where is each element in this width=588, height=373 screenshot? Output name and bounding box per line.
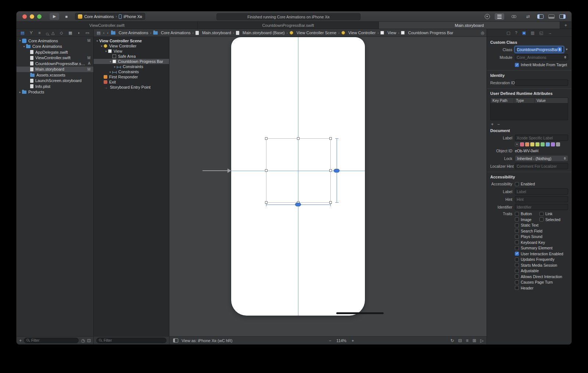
navigator-item[interactable]: Assets.xcassets	[17, 72, 93, 78]
add-file-button[interactable]: +	[19, 338, 22, 343]
minimize-window-button[interactable]	[30, 14, 34, 19]
selection-handle[interactable]	[297, 137, 300, 140]
navigator-item[interactable]: Info.plist	[17, 84, 93, 89]
outline-item[interactable]: ▸Constraints	[94, 69, 169, 74]
breadcrumb-item[interactable]: View	[380, 31, 396, 35]
disclosure-triangle-icon[interactable]: ▾	[22, 45, 26, 48]
zoom-window-button[interactable]	[37, 14, 42, 19]
zoom-out-button[interactable]: −	[329, 338, 331, 343]
color-swatch[interactable]	[520, 142, 524, 146]
trait-checkbox[interactable]	[539, 217, 544, 221]
trait-checkbox[interactable]	[515, 269, 519, 273]
constraint-badge[interactable]	[295, 203, 301, 206]
lock-popup[interactable]: Inherited - (Nothing)	[515, 155, 568, 161]
forward-button[interactable]: ›	[107, 31, 108, 35]
trait-checkbox[interactable]	[515, 280, 519, 284]
selection-handle[interactable]	[265, 169, 268, 172]
file-inspector-tab[interactable]: ▢	[506, 31, 510, 35]
module-field[interactable]: Core_Animations	[515, 54, 568, 60]
stop-button[interactable]: ■	[63, 13, 70, 20]
trait-checkbox[interactable]	[539, 212, 544, 216]
toggle-document-outline-icon[interactable]	[173, 338, 178, 342]
navigator-item[interactable]: ▾Core AnimationsM	[17, 38, 93, 44]
test-navigator-icon[interactable]: ◇	[60, 31, 63, 35]
symbol-navigator-icon[interactable]: ≡	[38, 31, 40, 35]
selection-handle[interactable]	[265, 137, 268, 140]
disclosure-triangle-icon[interactable]: ▸	[108, 70, 112, 74]
selection-handle[interactable]	[329, 169, 332, 172]
accessibility-identifier-field[interactable]: Identifier	[515, 204, 568, 210]
navigator-item[interactable]: Main.storyboardM	[17, 67, 93, 72]
breadcrumb-item[interactable]: View Controller Scene	[290, 31, 337, 35]
trait-checkbox[interactable]	[515, 223, 519, 227]
library-button[interactable]	[485, 14, 490, 19]
color-swatch[interactable]	[551, 142, 555, 146]
outline-item[interactable]: ▾View Controller	[94, 43, 169, 49]
navigator-item[interactable]: ▸Products	[17, 89, 93, 95]
chevron-down-icon[interactable]: ▼	[565, 48, 568, 51]
run-button[interactable]: ▶	[50, 13, 59, 20]
project-navigator-icon[interactable]: ▤	[21, 31, 24, 35]
breakpoint-navigator-icon[interactable]: ◗	[78, 31, 80, 35]
disclosure-triangle-icon[interactable]: ▾	[108, 60, 112, 63]
accessibility-enabled-checkbox[interactable]	[515, 182, 519, 186]
add-constraints-icon[interactable]: ⊞	[473, 338, 476, 343]
breadcrumb-item[interactable]: Main.storyboard	[196, 31, 231, 35]
scheme-selector[interactable]: Core Animations › iPhone Xʀ	[75, 13, 145, 20]
outline-item[interactable]: →Storyboard Entry Point	[94, 85, 169, 90]
new-tab-button[interactable]: +	[560, 22, 571, 29]
class-field[interactable]: CountdownProgressBar	[515, 46, 564, 53]
outline-item[interactable]: Exit	[94, 79, 169, 85]
toggle-inspector-button[interactable]	[559, 14, 566, 19]
trait-checkbox[interactable]	[515, 252, 519, 256]
selected-view-bounds[interactable]	[266, 138, 331, 203]
disclosure-triangle-icon[interactable]: ▾	[95, 39, 99, 43]
add-attribute-button[interactable]: +	[491, 122, 494, 127]
editor-tab[interactable]: CountdownProgressBar.swift	[198, 22, 379, 29]
debug-navigator-icon[interactable]: ▦	[68, 31, 72, 35]
related-items-icon[interactable]: ▤	[97, 31, 100, 35]
trait-checkbox[interactable]	[515, 217, 519, 221]
accessibility-label-field[interactable]: Label	[515, 188, 568, 195]
breadcrumb-item[interactable]: Core Animations	[153, 31, 191, 35]
version-editor-button[interactable]: ⇄	[524, 13, 533, 20]
navigator-item[interactable]: CountdownProgressBar.swiftA	[17, 61, 93, 67]
disclosure-triangle-icon[interactable]: ▾	[18, 39, 22, 42]
outline-item[interactable]: First Responder	[94, 74, 169, 79]
attributes-inspector-tab[interactable]: ▥	[531, 31, 534, 35]
color-swatch[interactable]	[546, 142, 550, 146]
source-control-navigator-icon[interactable]: ϒ	[30, 31, 33, 35]
update-frames-icon[interactable]: ↻	[451, 338, 454, 343]
disclosure-triangle-icon[interactable]: ▾	[104, 50, 108, 53]
navigator-item[interactable]: ViewController.swiftM	[17, 55, 93, 61]
navigator-item[interactable]: ▾Core Animations	[17, 44, 93, 50]
trait-checkbox[interactable]	[515, 246, 519, 250]
view-as-label[interactable]: View as: iPhone Xʀ (wC hR)	[182, 338, 232, 343]
outline-item[interactable]: ▾Countdown Progress Bar	[94, 59, 169, 64]
breadcrumb-item[interactable]: Core Animations	[111, 31, 148, 35]
navigator-filter-input[interactable]: Filter	[24, 338, 79, 343]
color-swatch[interactable]	[535, 142, 539, 146]
breadcrumb-item[interactable]: View Controller	[341, 31, 376, 35]
no-color-swatch[interactable]: ✕	[515, 142, 519, 146]
toggle-navigator-button[interactable]	[537, 14, 544, 19]
trait-checkbox[interactable]	[515, 274, 519, 278]
trait-checkbox[interactable]	[515, 286, 519, 290]
trait-checkbox[interactable]	[515, 240, 519, 244]
quick-help-inspector-tab[interactable]: ?	[515, 31, 517, 35]
restoration-id-field[interactable]	[515, 79, 568, 86]
navigator-item[interactable]: AppDelegate.swift	[17, 49, 93, 55]
trait-checkbox[interactable]	[515, 257, 519, 262]
zoom-in-button[interactable]: +	[352, 338, 354, 343]
issue-navigator-icon[interactable]: △	[51, 31, 54, 35]
connections-inspector-tab[interactable]: →	[548, 31, 552, 35]
trait-checkbox[interactable]	[515, 229, 519, 233]
report-navigator-icon[interactable]: ▭	[86, 31, 89, 35]
counterparts-icon[interactable]: ◎	[481, 31, 484, 35]
size-inspector-tab[interactable]: ◱	[539, 31, 543, 35]
navigator-item[interactable]: LaunchScreen.storyboard	[17, 78, 93, 84]
zoom-level[interactable]: 114%	[336, 338, 346, 343]
recent-files-filter-icon[interactable]: ◷	[81, 338, 85, 343]
outline-item[interactable]: ▾View	[94, 49, 169, 54]
runtime-attributes-body[interactable]	[491, 103, 568, 120]
